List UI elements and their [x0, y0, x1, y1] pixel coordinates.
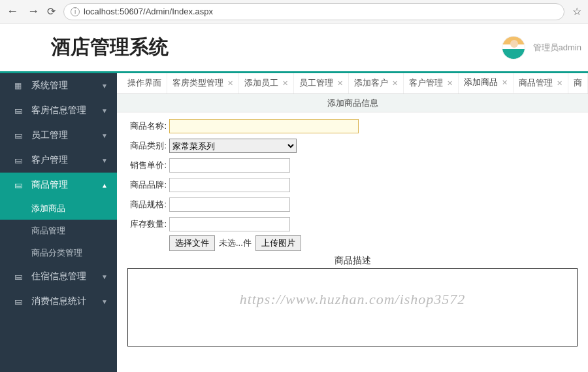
label-category: 商品类别:	[123, 140, 167, 152]
username: 管理员admin	[533, 42, 581, 54]
input-stock[interactable]	[169, 217, 290, 231]
chevron-down-icon: ▼	[101, 132, 108, 139]
user-area: 管理员admin	[502, 36, 581, 59]
row-product-name: 商品名称:	[123, 118, 581, 135]
tab-bar: 操作界面 客房类型管理 ✕ 添加员工 ✕ 员工管理 ✕ 添加客户 ✕ 客户管理 …	[117, 73, 588, 94]
sidebar-item-label: 消费信息统计	[31, 296, 86, 307]
url-text: localhost:50607/Admin/Index.aspx	[84, 7, 213, 16]
label-stock: 库存数量:	[123, 218, 167, 230]
section-title: 添加商品信息	[117, 94, 588, 112]
case-icon: 🖴	[14, 131, 25, 140]
row-price: 销售单价:	[123, 157, 581, 174]
submenu-product-manage[interactable]: 商品管理	[0, 220, 117, 242]
app-title: 酒店管理系统	[51, 34, 169, 61]
sidebar-item-system[interactable]: ▦ 系统管理 ▼	[0, 73, 117, 98]
file-status: 未选...件	[219, 237, 252, 249]
sidebar-item-label: 系统管理	[31, 80, 68, 92]
sidebar-item-label: 客户管理	[31, 154, 68, 166]
tab-label: 添加员工	[244, 78, 278, 89]
bookmark-icon[interactable]: ☆	[572, 5, 581, 18]
choose-file-button[interactable]: 选择文件	[169, 235, 215, 251]
file-row: 选择文件 未选...件 上传图片	[123, 235, 581, 251]
close-icon[interactable]: ✕	[392, 79, 398, 88]
close-icon[interactable]: ✕	[502, 78, 508, 87]
input-price[interactable]	[169, 158, 290, 173]
tab-label: 客房类型管理	[172, 78, 223, 89]
site-info-icon[interactable]: i	[71, 7, 80, 16]
input-spec[interactable]	[169, 197, 290, 212]
description-editor[interactable]: https://www.huzhan.com/ishop3572	[127, 268, 578, 347]
chevron-down-icon: ▼	[101, 82, 108, 90]
submenu-label: 商品管理	[31, 225, 65, 237]
submenu-label: 添加商品	[31, 203, 65, 214]
sidebar-item-label: 住宿信息管理	[31, 271, 86, 282]
case-icon: 🖴	[14, 272, 25, 281]
tab-label: 商	[574, 78, 582, 89]
chevron-down-icon: ▼	[101, 107, 108, 114]
sidebar-item-label: 员工管理	[31, 129, 68, 141]
label-brand: 商品品牌:	[123, 179, 167, 191]
tab-home[interactable]: 操作界面	[120, 73, 167, 93]
tab-label: 员工管理	[299, 78, 333, 89]
reload-button[interactable]: ⟳	[47, 5, 56, 18]
back-button[interactable]: ←	[7, 5, 18, 18]
label-spec: 商品规格:	[123, 199, 167, 211]
select-category[interactable]: 家常菜系列	[169, 139, 297, 153]
tab-customer-manage[interactable]: 客户管理 ✕	[404, 73, 459, 93]
input-brand[interactable]	[169, 178, 290, 192]
main-area: 操作界面 客房类型管理 ✕ 添加员工 ✕ 员工管理 ✕ 添加客户 ✕ 客户管理 …	[117, 73, 588, 372]
tab-add-staff[interactable]: 添加员工 ✕	[239, 73, 294, 93]
tab-label: 操作界面	[127, 78, 161, 89]
chevron-down-icon: ▼	[101, 273, 108, 280]
tab-add-customer[interactable]: 添加客户 ✕	[349, 73, 404, 93]
desc-title: 商品描述	[123, 255, 581, 267]
sidebar-item-product[interactable]: 🖴 商品管理 ▲	[0, 173, 117, 197]
input-product-name[interactable]	[169, 119, 359, 133]
tab-room-type[interactable]: 客房类型管理 ✕	[167, 73, 239, 93]
page-header: 酒店管理系统 管理员admin	[0, 24, 588, 73]
case-icon: 🖴	[14, 297, 25, 306]
tab-label: 客户管理	[409, 78, 443, 89]
case-icon: 🖴	[14, 180, 25, 190]
case-icon: 🖴	[14, 156, 25, 165]
submenu-product-category[interactable]: 商品分类管理	[0, 242, 117, 264]
tab-staff-manage[interactable]: 员工管理 ✕	[294, 73, 349, 93]
sidebar: ▦ 系统管理 ▼ 🖴 客房信息管理 ▼ 🖴 员工管理 ▼ 🖴 客户管理 ▼ 🖴 …	[0, 73, 117, 372]
sidebar-item-room-info[interactable]: 🖴 客房信息管理 ▼	[0, 98, 117, 123]
sidebar-item-staff[interactable]: 🖴 员工管理 ▼	[0, 123, 117, 148]
watermark: https://www.huzhan.com/ishop3572	[128, 291, 577, 308]
tab-product-manage[interactable]: 商品管理 ✕	[514, 73, 568, 93]
nav-arrows: ← →	[7, 5, 39, 18]
tab-label: 添加客户	[354, 78, 388, 89]
close-icon[interactable]: ✕	[557, 79, 563, 88]
sidebar-item-label: 客房信息管理	[31, 105, 86, 116]
browser-toolbar: ← → ⟳ i localhost:50607/Admin/Index.aspx…	[0, 0, 588, 24]
tab-add-product[interactable]: 添加商品 ✕	[459, 73, 514, 93]
grid-icon: ▦	[14, 81, 25, 90]
close-icon[interactable]: ✕	[227, 79, 233, 88]
submenu-add-product[interactable]: 添加商品	[0, 197, 117, 220]
avatar[interactable]	[502, 36, 525, 59]
close-icon[interactable]: ✕	[337, 79, 343, 88]
label-product-name: 商品名称:	[123, 120, 167, 132]
form-area: 商品名称: 商品类别: 家常菜系列 销售单价: 商品品牌:	[117, 112, 588, 352]
tab-overflow[interactable]: 商	[568, 73, 588, 93]
close-icon[interactable]: ✕	[282, 79, 288, 88]
content: 添加商品信息 商品名称: 商品类别: 家常菜系列 销售单价: 商品品	[117, 94, 588, 372]
row-spec: 商品规格:	[123, 196, 581, 213]
address-bar[interactable]: i localhost:50607/Admin/Index.aspx	[63, 3, 564, 20]
tab-label: 添加商品	[464, 77, 498, 88]
sidebar-item-customer[interactable]: 🖴 客户管理 ▼	[0, 148, 117, 173]
case-icon: 🖴	[14, 106, 25, 115]
forward-button[interactable]: →	[27, 5, 39, 18]
row-category: 商品类别: 家常菜系列	[123, 137, 581, 154]
sidebar-item-stay[interactable]: 🖴 住宿信息管理 ▼	[0, 264, 117, 289]
close-icon[interactable]: ✕	[447, 79, 453, 88]
submenu-label: 商品分类管理	[31, 247, 82, 259]
upload-image-button[interactable]: 上传图片	[255, 235, 301, 251]
chevron-down-icon: ▼	[101, 298, 108, 305]
sidebar-item-consume[interactable]: 🖴 消费信息统计 ▼	[0, 289, 117, 314]
row-stock: 库存数量:	[123, 216, 581, 233]
chevron-up-icon: ▲	[101, 182, 108, 189]
tab-label: 商品管理	[519, 78, 553, 89]
